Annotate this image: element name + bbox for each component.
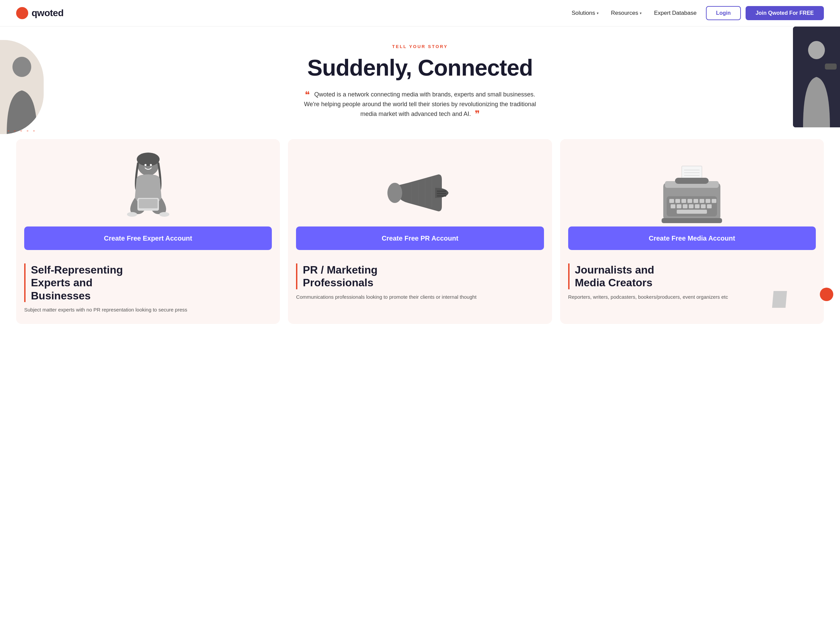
- hero-right-image: [793, 26, 840, 127]
- svg-rect-35: [706, 199, 710, 203]
- svg-rect-41: [695, 204, 699, 209]
- expert-description: Subject matter experts with no PR repres…: [24, 306, 272, 314]
- svg-rect-4: [825, 63, 837, 70]
- svg-rect-37: [671, 204, 675, 209]
- svg-rect-40: [689, 204, 693, 209]
- chevron-down-icon: ▾: [640, 11, 642, 15]
- nav-resources[interactable]: Resources ▾: [611, 10, 642, 17]
- pr-description: Communications professionals looking to …: [296, 293, 544, 301]
- svg-rect-32: [687, 199, 692, 203]
- close-quote-icon: ❞: [475, 109, 480, 119]
- pr-card-image: [288, 139, 552, 227]
- create-media-account-button[interactable]: Create Free Media Account: [568, 227, 816, 250]
- svg-rect-33: [693, 199, 698, 203]
- decorative-circle: [820, 288, 833, 301]
- svg-point-12: [159, 212, 169, 217]
- svg-rect-15: [437, 193, 446, 194]
- svg-rect-39: [683, 204, 687, 209]
- svg-rect-42: [701, 204, 706, 209]
- main-nav: qwoted Solutions ▾ Resources ▾ Expert Da…: [0, 0, 840, 26]
- svg-rect-8: [139, 199, 158, 209]
- pr-category: PR / MarketingProfessionals: [296, 263, 544, 289]
- svg-rect-16: [437, 195, 446, 196]
- decorative-dashes: - - - - -: [8, 127, 36, 134]
- cards-section: Create Free Expert Account Self-Represen…: [0, 135, 840, 328]
- svg-rect-14: [437, 190, 446, 192]
- hero-section: - - - - - TELL YOUR STORY Suddenly, Conn…: [0, 26, 840, 119]
- svg-point-6: [137, 153, 160, 166]
- pr-category-title: PR / MarketingProfessionals: [303, 263, 544, 289]
- expert-card: Create Free Expert Account Self-Represen…: [16, 139, 280, 324]
- svg-point-13: [388, 183, 402, 203]
- svg-rect-45: [662, 218, 722, 223]
- nav-expert-db[interactable]: Expert Database: [654, 10, 696, 17]
- svg-rect-38: [677, 204, 681, 209]
- logo-text: qwoted: [32, 8, 63, 19]
- open-quote-icon: ❝: [305, 90, 310, 100]
- expert-card-image: [16, 139, 280, 227]
- svg-point-1: [12, 57, 31, 77]
- login-button[interactable]: Login: [706, 6, 741, 20]
- svg-rect-43: [707, 204, 712, 209]
- media-category: Journalists andMedia Creators: [568, 263, 816, 289]
- svg-rect-27: [675, 178, 709, 184]
- hero-tagline: TELL YOUR STORY: [16, 44, 824, 49]
- pr-card: Create Free PR Account PR / MarketingPro…: [288, 139, 552, 324]
- logo[interactable]: qwoted: [16, 7, 63, 19]
- expert-category: Self-RepresentingExperts andBusinesses: [24, 263, 272, 302]
- chevron-down-icon: ▾: [597, 11, 599, 15]
- logo-icon: [16, 7, 28, 19]
- nav-links: Solutions ▾ Resources ▾ Expert Database: [571, 10, 696, 17]
- svg-rect-44: [677, 210, 707, 214]
- create-pr-account-button[interactable]: Create Free PR Account: [296, 227, 544, 250]
- svg-rect-30: [675, 199, 680, 203]
- hero-title: Suddenly, Connected: [16, 55, 824, 80]
- media-category-title: Journalists andMedia Creators: [575, 263, 816, 289]
- svg-rect-34: [699, 199, 704, 203]
- svg-point-11: [127, 212, 137, 217]
- svg-rect-31: [681, 199, 686, 203]
- hero-left-image: [0, 40, 44, 134]
- nav-solutions[interactable]: Solutions ▾: [571, 10, 599, 17]
- svg-point-10: [150, 164, 152, 166]
- hero-description: ❝ Qwoted is a network connecting media w…: [303, 90, 537, 119]
- svg-point-9: [145, 164, 147, 166]
- decorative-rectangle: [772, 291, 787, 308]
- create-expert-account-button[interactable]: Create Free Expert Account: [24, 227, 272, 250]
- join-button[interactable]: Join Qwoted For FREE: [746, 6, 824, 20]
- expert-category-title: Self-RepresentingExperts andBusinesses: [31, 263, 272, 302]
- svg-rect-36: [712, 199, 716, 203]
- media-card-image: [560, 139, 824, 227]
- svg-point-3: [808, 41, 825, 59]
- svg-rect-29: [669, 199, 674, 203]
